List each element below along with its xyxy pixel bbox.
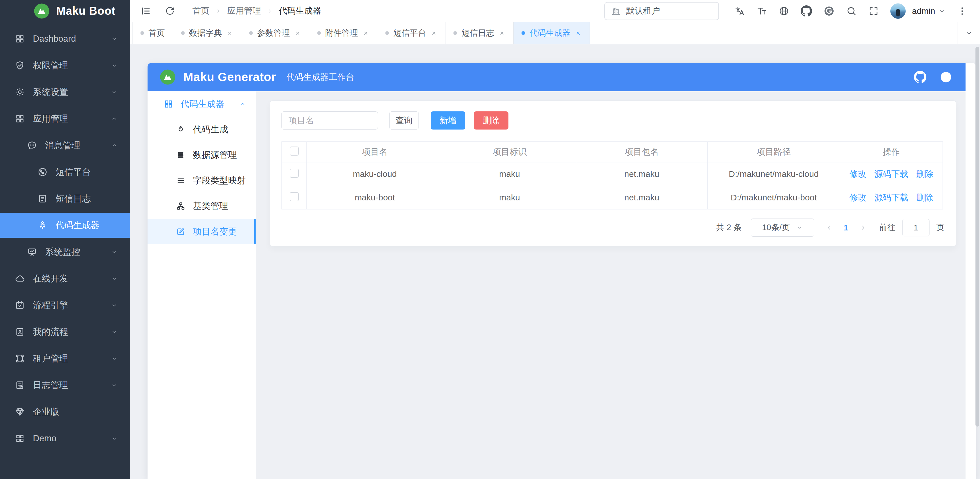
sidebar-item-sms-log[interactable]: 短信日志 <box>0 186 130 211</box>
window-scrollbar[interactable] <box>975 47 979 427</box>
sidebar-item-app-management[interactable]: 应用管理 <box>0 106 130 131</box>
download-source-link[interactable]: 源码下载 <box>875 169 908 179</box>
next-page-button[interactable] <box>859 224 867 232</box>
gitee-button[interactable] <box>823 5 835 17</box>
tab-actions-dropdown[interactable] <box>958 22 980 44</box>
breadcrumb-app-management[interactable]: 应用管理 <box>227 5 261 17</box>
refresh-button[interactable] <box>165 6 175 16</box>
row-checkbox[interactable] <box>290 192 299 201</box>
chevron-right-icon <box>267 8 273 14</box>
sidebar-item-dashboard[interactable]: Dashboard <box>0 26 130 51</box>
page-unit-label: 页 <box>936 222 945 233</box>
select-all-checkbox[interactable] <box>290 146 299 155</box>
cell-project-path: D:/makunet/maku-cloud <box>708 162 840 186</box>
generator-menu-item-datasource[interactable]: 数据源管理 <box>148 142 256 168</box>
font-size-button[interactable] <box>756 6 767 16</box>
sidebar-item-sms-platform[interactable]: 短信平台 <box>0 160 130 184</box>
building-icon <box>611 6 621 16</box>
sidebar: Maku Boot Dashboard 权限管理 系统设置 应用管理 <box>0 0 130 479</box>
tab-sms-platform[interactable]: 短信平台 <box>377 22 445 44</box>
tab-home[interactable]: 首页 <box>132 22 173 44</box>
github-button[interactable] <box>801 5 812 17</box>
translate-button[interactable] <box>734 6 745 16</box>
user-menu[interactable]: admin <box>912 6 945 16</box>
close-icon[interactable] <box>226 30 233 36</box>
tab-data-dictionary[interactable]: 数据字典 <box>173 22 241 44</box>
project-name-input[interactable] <box>282 111 378 130</box>
tenant-select[interactable]: 默认租户 <box>605 2 719 20</box>
sidebar-item-demo[interactable]: Demo <box>0 426 130 451</box>
chevron-down-icon <box>111 435 118 442</box>
close-icon[interactable] <box>575 30 582 36</box>
generator-title: Maku Generator <box>183 70 276 84</box>
tab-attachment-management[interactable]: 附件管理 <box>309 22 377 44</box>
breadcrumb-home[interactable]: 首页 <box>192 5 209 17</box>
sidebar-item-permissions[interactable]: 权限管理 <box>0 53 130 78</box>
chevron-up-icon <box>111 142 118 149</box>
sidebar-item-code-generator[interactable]: 代码生成器 <box>0 213 130 238</box>
chevron-up-icon <box>111 115 118 122</box>
tab-param-management[interactable]: 参数管理 <box>241 22 309 44</box>
close-icon[interactable] <box>362 30 369 36</box>
username: admin <box>912 6 935 16</box>
chevron-down-icon <box>965 29 973 37</box>
sidebar-item-my-workflow[interactable]: 我的流程 <box>0 319 130 344</box>
toolbar: 查询 新增 删除 <box>282 111 945 130</box>
sidebar-item-enterprise[interactable]: 企业版 <box>0 399 130 424</box>
delete-link[interactable]: 删除 <box>916 193 934 202</box>
page-size-select[interactable]: 10条/页 <box>751 219 814 237</box>
content-area: Maku Generator 代码生成器工作台 代码生成器 <box>130 44 980 479</box>
sidebar-item-system-monitor[interactable]: 系统监控 <box>0 240 130 265</box>
generator-menu-item-field-mapping[interactable]: 字段类型映射 <box>148 168 256 193</box>
generator-menu-group[interactable]: 代码生成器 <box>148 91 256 117</box>
search-button[interactable] <box>846 6 857 16</box>
goto-label: 前往 <box>879 222 896 233</box>
translate-icon <box>734 6 745 16</box>
close-icon[interactable] <box>430 30 437 36</box>
github-icon[interactable] <box>914 71 926 83</box>
shield-check-icon <box>15 60 25 71</box>
more-options-button[interactable] <box>957 6 967 16</box>
close-icon[interactable] <box>498 30 505 36</box>
sidebar-item-log-management[interactable]: 日志管理 <box>0 373 130 398</box>
user-avatar[interactable] <box>890 3 906 19</box>
cell-project-name: maku-boot <box>307 186 443 209</box>
download-source-link[interactable]: 源码下载 <box>875 193 908 202</box>
gitee-icon[interactable] <box>939 71 953 84</box>
tab-code-generator[interactable]: 代码生成器 <box>514 22 590 44</box>
rocket-icon <box>37 220 48 230</box>
row-checkbox[interactable] <box>290 169 299 178</box>
sidebar-item-system-settings[interactable]: 系统设置 <box>0 80 130 105</box>
sidebar-collapse-button[interactable] <box>140 5 151 17</box>
sidebar-item-workflow-engine[interactable]: 流程引擎 <box>0 293 130 318</box>
add-button[interactable]: 新增 <box>431 111 465 130</box>
chat-icon <box>27 140 37 151</box>
col-project-package: 项目包名 <box>576 142 708 162</box>
chevron-down-icon <box>111 328 118 336</box>
sidebar-item-tenant-management[interactable]: 租户管理 <box>0 346 130 371</box>
generator-links <box>914 71 953 84</box>
language-button[interactable] <box>778 6 789 16</box>
generator-menu-item-code-gen[interactable]: 代码生成 <box>148 117 256 142</box>
app-logo[interactable]: Maku Boot <box>0 0 130 22</box>
delete-button[interactable]: 删除 <box>474 111 508 130</box>
edit-link[interactable]: 修改 <box>850 169 867 179</box>
cell-project-name: maku-cloud <box>307 162 443 186</box>
monitor-icon <box>27 247 37 257</box>
project-card: 查询 新增 删除 项目名 <box>270 100 956 246</box>
tab-sms-log[interactable]: 短信日志 <box>445 22 514 44</box>
page-number[interactable]: 1 <box>844 223 848 232</box>
sidebar-item-message-management[interactable]: 消息管理 <box>0 133 130 158</box>
maku-logo-icon <box>159 69 176 85</box>
edit-link[interactable]: 修改 <box>850 193 867 202</box>
query-button[interactable]: 查询 <box>389 111 419 130</box>
delete-link[interactable]: 删除 <box>916 169 934 179</box>
close-icon[interactable] <box>294 30 301 36</box>
fullscreen-button[interactable] <box>868 6 879 16</box>
tab-dot <box>249 31 253 35</box>
generator-menu-item-base-class[interactable]: 基类管理 <box>148 193 256 219</box>
goto-page-input[interactable] <box>902 219 929 236</box>
generator-menu-item-project-rename[interactable]: 项目名变更 <box>148 219 256 244</box>
sidebar-item-online-dev[interactable]: 在线开发 <box>0 266 130 291</box>
prev-page-button[interactable] <box>825 224 833 232</box>
